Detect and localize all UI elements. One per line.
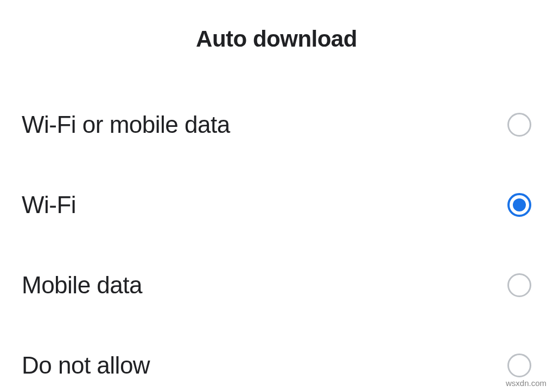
option-wifi[interactable]: Wi-Fi <box>22 165 531 245</box>
option-mobile-data[interactable]: Mobile data <box>22 245 531 325</box>
radio-unchecked-icon <box>507 273 531 297</box>
radio-group-auto-download: Wi-Fi or mobile data Wi-Fi Mobile data D… <box>22 85 531 392</box>
radio-checked-icon <box>507 193 531 217</box>
watermark-text: wsxdn.com <box>506 378 546 388</box>
option-label: Do not allow <box>22 352 150 379</box>
option-wifi-or-mobile[interactable]: Wi-Fi or mobile data <box>22 85 531 165</box>
option-do-not-allow[interactable]: Do not allow <box>22 325 531 392</box>
settings-panel: Auto download Wi-Fi or mobile data Wi-Fi… <box>0 0 553 392</box>
radio-unchecked-icon <box>507 354 531 377</box>
radio-unchecked-icon <box>507 113 531 137</box>
page-title: Auto download <box>22 0 531 85</box>
option-label: Wi-Fi <box>22 191 76 219</box>
option-label: Wi-Fi or mobile data <box>22 111 230 138</box>
option-label: Mobile data <box>22 272 142 299</box>
